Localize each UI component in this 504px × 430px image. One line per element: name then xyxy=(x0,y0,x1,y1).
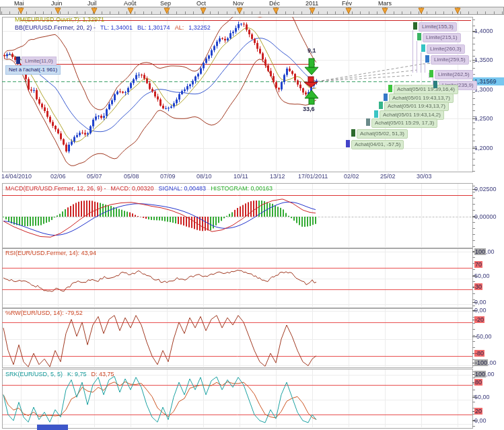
arrow-bottom-value: 33,6 xyxy=(303,106,315,112)
axis-badge: -100 xyxy=(474,359,488,366)
current-price-box: 1,31569 xyxy=(473,77,504,85)
indicator-text-part: MACD: 0,00320 xyxy=(111,185,154,192)
stochastic-indicator-label: SRK(EUR/USD, 5, 5)K: 9,75D: 43,75 xyxy=(5,371,119,378)
achat-trade-label[interactable]: Achat(04/01, -57,5) xyxy=(351,140,404,149)
limite-order-label[interactable]: Limite(262,5) xyxy=(435,70,473,79)
limite-order-swatch xyxy=(425,55,429,63)
month-label: Oct xyxy=(196,0,206,7)
chart-canvas[interactable] xyxy=(0,0,504,430)
timeline-scrollbar[interactable] xyxy=(0,7,504,15)
month-label: Mars xyxy=(378,0,392,7)
month-label: Juil xyxy=(87,0,97,7)
limite-order-swatch xyxy=(421,44,425,52)
bottom-left-marker xyxy=(37,425,68,430)
month-label: Nov xyxy=(233,0,244,7)
achat-trade-swatch xyxy=(388,85,392,92)
axis-label: 30 xyxy=(474,283,482,290)
month-label: Juin xyxy=(51,0,63,7)
axis-badge: 100 xyxy=(474,248,486,255)
achat-trade-swatch xyxy=(346,140,350,147)
percent-r-indicator-label: %RW(EUR/USD, 14): -79,52 xyxy=(5,310,83,317)
date-label: 02/06 xyxy=(50,173,66,180)
date-label: 05/08 xyxy=(124,173,139,180)
date-label: 10/11 xyxy=(233,173,248,180)
achat-trade-label[interactable]: Achat(05/02, 51,3) xyxy=(357,129,408,139)
axis-label: -50,00 xyxy=(474,333,492,340)
achat-trade-swatch xyxy=(374,110,378,118)
axis-label: 0,00000 xyxy=(474,213,497,220)
axis-label: 50,00 xyxy=(474,273,490,279)
month-label: Sep xyxy=(160,0,171,7)
achat-trade-label[interactable]: Achat(05/01 19:43,13,7) xyxy=(384,102,449,111)
mm-indicator-label: MM(EUR/USD Ouvrir,7): 1,32971 xyxy=(15,16,104,24)
axis-label: 70 xyxy=(474,261,482,268)
axis-label: -20 xyxy=(474,316,484,323)
price-axis-label: 1,2000 xyxy=(474,145,493,151)
date-label: 02/02 xyxy=(344,173,359,180)
indicator-text-part: AL: xyxy=(175,24,184,31)
indicator-text-part: 1,32252 xyxy=(188,24,211,31)
axis-badge: 100 xyxy=(474,371,486,378)
achat-trade-label[interactable]: Achat(05/01 15:29, 17,3) xyxy=(371,118,437,128)
limite-order-swatch xyxy=(429,70,433,77)
date-label: 08/10 xyxy=(196,173,212,180)
axis-badge: 20 xyxy=(474,408,482,415)
axis-label: 0,02500 xyxy=(474,186,497,192)
limite-order-swatch xyxy=(413,22,417,30)
price-axis-label: 1,2500 xyxy=(474,115,493,122)
axis-label: -100,00 xyxy=(474,359,497,366)
net-position-label[interactable]: Net à l'achat(-1 961) xyxy=(5,65,61,75)
month-label: Août xyxy=(124,0,137,7)
indicator-text-part: D: 43,75 xyxy=(92,371,114,378)
limite-order-label[interactable]: Limite(215,1) xyxy=(423,33,461,42)
arrow-top-value: 9,1 xyxy=(308,47,316,54)
indicator-text-part: BB(EUR/USD.Fermer, 20, 2) - xyxy=(15,24,96,31)
indicator-text-part: BL: 1,30174 xyxy=(137,24,170,31)
axis-badge: 80 xyxy=(474,379,482,386)
price-axis-label: 1,3500 xyxy=(474,57,493,63)
axis-label: 50,00 xyxy=(474,394,490,400)
axis-label: 80 xyxy=(474,379,482,386)
price-axis-label: 1,4000 xyxy=(474,28,493,34)
achat-trade-swatch xyxy=(379,102,383,109)
axis-label: 100,00 xyxy=(474,371,495,378)
indicator-text-part: TL: 1,34001 xyxy=(100,24,133,31)
price-axis-label: 1,3000 xyxy=(474,86,493,93)
axis-label: 0,00 xyxy=(474,307,487,314)
limite-order-swatch xyxy=(417,33,421,40)
month-label: Mai xyxy=(14,0,24,7)
trading-app-window: MaiJuinJuilAoûtSepOctNovDéc2011FévMars M… xyxy=(0,0,504,430)
month-label: Déc xyxy=(269,0,280,7)
limite-order-label[interactable]: Limite(260,3) xyxy=(427,44,465,54)
achat-trade-swatch xyxy=(366,118,370,126)
month-label: 2011 xyxy=(305,0,318,7)
left-limit-order-label[interactable]: Limite(11,0) xyxy=(22,57,57,66)
date-label: 13/12 xyxy=(270,173,285,180)
indicator-text-part: HISTOGRAM: 0,00163 xyxy=(211,185,273,192)
achat-trade-swatch xyxy=(384,94,388,101)
axis-badge: -80 xyxy=(474,350,484,357)
axis-badge: 70 xyxy=(474,261,482,268)
axis-label: 0,00 xyxy=(474,299,487,306)
date-label: 14/04/2010 xyxy=(1,173,32,180)
axis-badge: -20 xyxy=(474,316,484,323)
limite-order-label[interactable]: Limite(155,3) xyxy=(419,22,457,32)
limite-order-swatch xyxy=(433,81,437,88)
date-label: 25/02 xyxy=(380,173,396,180)
rsi-indicator-label: RSI(EUR/USD.Fermer, 14): 43,94 xyxy=(5,250,96,257)
bb-indicator-label: BB(EUR/USD.Fermer, 20, 2) -TL: 1,34001BL… xyxy=(15,24,215,32)
indicator-text-part: SIGNAL: 0,00483 xyxy=(159,185,207,192)
indicator-text-part: SRK(EUR/USD, 5, 5) xyxy=(5,371,63,378)
achat-trade-label[interactable]: Achat(05/01 19:39,16,4) xyxy=(394,85,458,94)
date-label: 07/09 xyxy=(160,173,176,180)
month-label: Fév xyxy=(342,0,352,7)
axis-label: 0,00 xyxy=(474,417,487,424)
axis-label: -80 xyxy=(474,350,484,357)
axis-badge: 30 xyxy=(474,283,482,290)
date-label: 30/03 xyxy=(417,173,432,180)
date-label: 05/07 xyxy=(87,173,102,180)
limite-order-label[interactable]: Limite(259,5) xyxy=(431,55,469,65)
axis-label: 20 xyxy=(474,408,482,415)
achat-trade-swatch xyxy=(351,129,355,137)
macd-indicator-label: MACD(EUR/USD.Fermer, 12, 26, 9) -MACD: 0… xyxy=(5,185,277,192)
